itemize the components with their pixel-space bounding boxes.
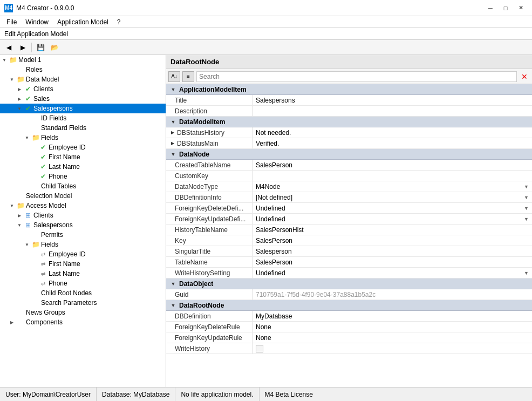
- tree-expand-icon[interactable]: [30, 162, 39, 171]
- property-row[interactable]: Description: [166, 106, 532, 117]
- tree-expand-icon[interactable]: [30, 260, 39, 268]
- property-row[interactable]: DBDefinitionInfo[Not defined]▼: [166, 192, 532, 203]
- section-header[interactable]: ▼ApplicationModelItem: [166, 84, 532, 95]
- tree-node[interactable]: Standard Fields: [0, 123, 166, 133]
- property-row[interactable]: ▶DBStatusHistoryNot needed.: [166, 127, 532, 138]
- menu-file[interactable]: File: [2, 16, 21, 28]
- tree-node[interactable]: ⇄Last Name: [0, 269, 166, 278]
- property-row[interactable]: DBDefinitionMyDatabase: [166, 311, 532, 322]
- tree-node[interactable]: ⇄Phone: [0, 278, 166, 288]
- tree-expand-icon[interactable]: [30, 143, 39, 152]
- tree-node[interactable]: Selection Model: [0, 191, 166, 201]
- property-row[interactable]: ▶DBStatusMainVerified.: [166, 138, 532, 149]
- tree-node[interactable]: ✔Employee ID: [0, 142, 166, 152]
- tree-expand-icon[interactable]: [23, 114, 31, 123]
- toolbar-btn-1[interactable]: ◀: [2, 42, 15, 53]
- tree-expand-icon[interactable]: ▼: [15, 221, 24, 229]
- tree-node[interactable]: Child Tables: [0, 181, 166, 191]
- tree-expand-icon[interactable]: [8, 65, 16, 74]
- tree-node[interactable]: ▶⊞Clients: [0, 210, 166, 220]
- section-header[interactable]: ▼DataNode: [166, 149, 532, 160]
- tree-expand-icon[interactable]: [23, 230, 31, 239]
- section-header[interactable]: ▼DataObject: [166, 278, 532, 289]
- tree-expand-icon[interactable]: [23, 289, 31, 297]
- property-value[interactable]: [Not defined]▼: [253, 192, 532, 202]
- tree-node[interactable]: ⇄Employee ID: [0, 249, 166, 259]
- tree-expand-icon[interactable]: [30, 279, 39, 288]
- property-row[interactable]: CreatedTableNameSalesPerson: [166, 160, 532, 171]
- property-row[interactable]: CustomKey: [166, 171, 532, 181]
- tree-expand-icon[interactable]: ▼: [8, 75, 16, 84]
- property-row[interactable]: ForeignKeyDeleteRuleNone: [166, 322, 532, 332]
- property-checkbox[interactable]: [256, 345, 263, 352]
- property-row[interactable]: KeySalesPerson: [166, 235, 532, 246]
- tree-expand-icon[interactable]: [8, 308, 16, 317]
- tree-node[interactable]: ▼📁Access Model: [0, 201, 166, 210]
- tree-node[interactable]: ▼📁Fields: [0, 240, 166, 249]
- maximize-button[interactable]: □: [499, 3, 513, 13]
- tree-expand-icon[interactable]: [30, 269, 39, 278]
- property-row[interactable]: WriteHistory: [166, 343, 532, 354]
- property-value[interactable]: Undefined▼: [253, 214, 532, 224]
- property-row[interactable]: SingularTitleSalesperson: [166, 246, 532, 257]
- tree-node[interactable]: News Groups: [0, 308, 166, 317]
- tree-node[interactable]: Permits: [0, 230, 166, 240]
- tree-expand-icon[interactable]: [30, 250, 39, 259]
- tree-node[interactable]: ID Fields: [0, 113, 166, 123]
- tree-node[interactable]: ⇄First Name: [0, 259, 166, 269]
- tree-expand-icon[interactable]: ▼: [23, 240, 31, 249]
- property-row[interactable]: ForeignKeyUpdateDefi...Undefined▼: [166, 214, 532, 225]
- tree-expand-icon[interactable]: ▶: [15, 94, 24, 103]
- tree-expand-icon[interactable]: [23, 298, 31, 307]
- toolbar-btn-4[interactable]: 📂: [48, 42, 61, 53]
- tree-node[interactable]: Search Parameters: [0, 298, 166, 308]
- tree-node[interactable]: Child Root Nodes: [0, 288, 166, 298]
- search-clear-button[interactable]: ✕: [519, 71, 530, 82]
- tree-node[interactable]: ▼📁Fields: [0, 133, 166, 142]
- tree-node[interactable]: ▼📁Model 1: [0, 55, 166, 65]
- sort-alpha-button[interactable]: A↓: [168, 71, 180, 82]
- property-row[interactable]: ForeignKeyUpdateRuleNone: [166, 332, 532, 343]
- tree-expand-icon[interactable]: [30, 153, 39, 161]
- tree-expand-icon[interactable]: ▼: [23, 133, 31, 142]
- tree-expand-icon[interactable]: ▼: [0, 56, 9, 64]
- tree-expand-icon[interactable]: ▶: [8, 318, 16, 327]
- property-value[interactable]: M4Node▼: [253, 181, 532, 192]
- tree-node[interactable]: ▼✔Salespersons: [0, 104, 166, 113]
- menu-window[interactable]: Window: [21, 16, 53, 28]
- menu-help[interactable]: ?: [113, 16, 125, 28]
- tree-node[interactable]: ▶✔Sales: [0, 94, 166, 104]
- property-row[interactable]: TableNameSalesPerson: [166, 257, 532, 268]
- tree-node[interactable]: Roles: [0, 65, 166, 74]
- tree-expand-icon[interactable]: [30, 172, 39, 181]
- minimize-button[interactable]: ─: [483, 3, 497, 13]
- tree-node[interactable]: ✔First Name: [0, 152, 166, 162]
- property-row[interactable]: TitleSalespersons: [166, 95, 532, 106]
- tree-expand-icon[interactable]: [23, 124, 31, 132]
- tree-expand-icon[interactable]: ▶: [15, 211, 24, 220]
- tree-expand-icon[interactable]: [23, 182, 31, 191]
- property-row[interactable]: Guid710759a1-7f5d-4f90-9e04-37a88a1b5a2c: [166, 289, 532, 300]
- sort-category-button[interactable]: ≡: [182, 71, 194, 82]
- property-value[interactable]: [253, 343, 532, 354]
- tree-node[interactable]: ▶ Components: [0, 317, 166, 327]
- property-value[interactable]: Undefined▼: [253, 203, 532, 213]
- section-header[interactable]: ▼DataModelItem: [166, 117, 532, 127]
- menu-application-model[interactable]: Application Model: [53, 16, 113, 28]
- tree-node[interactable]: ✔Last Name: [0, 162, 166, 172]
- property-value[interactable]: Undefined▼: [253, 268, 532, 278]
- search-input[interactable]: [196, 71, 517, 82]
- close-button[interactable]: ✕: [514, 3, 528, 13]
- tree-node[interactable]: ▼📁Data Model: [0, 74, 166, 84]
- property-row[interactable]: WriteHistorySettingUndefined▼: [166, 268, 532, 278]
- tree-expand-icon[interactable]: ▼: [8, 201, 16, 210]
- tree-expand-icon[interactable]: ▶: [15, 85, 24, 93]
- property-row[interactable]: HistoryTableNameSalesPersonHist: [166, 225, 532, 235]
- toolbar-btn-2[interactable]: ▶: [16, 42, 29, 53]
- tree-expand-icon[interactable]: [8, 192, 16, 200]
- property-row[interactable]: DataNodeTypeM4Node▼: [166, 181, 532, 192]
- tree-node[interactable]: ▼⊞Salespersons: [0, 220, 166, 230]
- tree-node[interactable]: ✔Phone: [0, 172, 166, 181]
- tree-node[interactable]: ▶✔Clients: [0, 84, 166, 94]
- tree-expand-icon[interactable]: ▼: [15, 104, 24, 113]
